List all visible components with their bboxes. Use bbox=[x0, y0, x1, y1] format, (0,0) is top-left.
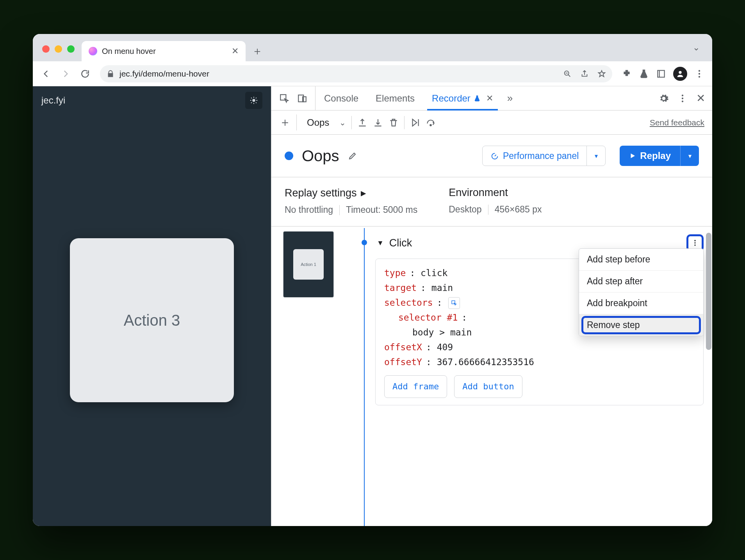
action-card-label: Action 3 bbox=[124, 312, 180, 329]
performance-panel-button[interactable]: Performance panel ▾ bbox=[482, 146, 606, 166]
menu-remove-step[interactable]: Remove step bbox=[579, 314, 703, 336]
reader-icon[interactable] bbox=[656, 69, 666, 79]
step-thumbnail[interactable]: Action 1 bbox=[283, 231, 334, 298]
step-list: ▼ Click type: click target: main selecto… bbox=[375, 226, 712, 526]
chevron-down-icon[interactable]: ⌄ bbox=[339, 118, 346, 127]
recording-dropdown[interactable]: Oops bbox=[302, 117, 334, 128]
performance-panel-dropdown[interactable]: ▾ bbox=[586, 146, 605, 166]
devtools-panel: Console Elements Recorder ✕ » ✕ bbox=[271, 86, 712, 526]
scrollbar-thumb[interactable] bbox=[706, 233, 711, 350]
new-recording-button[interactable]: ＋ bbox=[279, 114, 297, 130]
tab-title: On menu hover bbox=[102, 47, 156, 56]
env-device: Desktop bbox=[449, 204, 481, 215]
lock-icon bbox=[106, 70, 115, 78]
minimize-window-button[interactable] bbox=[55, 45, 62, 53]
replay-label: Replay bbox=[640, 150, 671, 161]
browser-menu-icon[interactable] bbox=[694, 69, 704, 79]
svg-point-16 bbox=[694, 242, 696, 244]
send-feedback-link[interactable]: Send feedback bbox=[650, 118, 704, 127]
svg-point-17 bbox=[694, 244, 696, 246]
svg-point-10 bbox=[682, 95, 683, 96]
bookmark-icon[interactable] bbox=[597, 70, 606, 78]
step-context-menu: Add step before Add step after Add break… bbox=[579, 248, 704, 336]
maximize-window-button[interactable] bbox=[67, 45, 75, 53]
extension-icons bbox=[619, 67, 707, 81]
tabs-overflow-button[interactable]: ⌄ bbox=[686, 38, 707, 57]
record-status-dot bbox=[285, 152, 293, 160]
tab-console[interactable]: Console bbox=[315, 86, 367, 110]
zoom-icon[interactable] bbox=[563, 70, 572, 78]
reload-button[interactable] bbox=[77, 66, 93, 82]
inspect-element-icon[interactable] bbox=[279, 93, 289, 103]
menu-add-breakpoint[interactable]: Add breakpoint bbox=[579, 292, 703, 314]
back-button[interactable] bbox=[38, 66, 54, 82]
page-body: Action 3 bbox=[33, 114, 271, 526]
device-toolbar-icon[interactable] bbox=[297, 93, 307, 103]
more-tabs-icon[interactable]: » bbox=[502, 86, 518, 110]
share-icon[interactable] bbox=[580, 70, 589, 78]
close-window-button[interactable] bbox=[42, 45, 50, 53]
address-bar[interactable]: jec.fyi/demo/menu-hover bbox=[100, 65, 612, 82]
timeout-value: Timeout: 5000 ms bbox=[346, 205, 417, 215]
delete-icon[interactable] bbox=[389, 118, 399, 128]
page-header: jec.fyi bbox=[33, 86, 271, 114]
theme-toggle-button[interactable] bbox=[245, 92, 262, 109]
tab-strip: On menu hover ✕ ＋ ⌄ bbox=[33, 34, 712, 61]
add-button-button[interactable]: Add button bbox=[454, 375, 522, 398]
svg-point-11 bbox=[682, 97, 683, 99]
svg-point-14 bbox=[492, 153, 498, 159]
window-controls bbox=[42, 45, 75, 53]
step-title: Click bbox=[389, 237, 412, 249]
forward-button[interactable] bbox=[58, 66, 73, 82]
content-split: jec.fyi Action 3 Console Elem bbox=[33, 86, 712, 526]
steps-area: Action 1 ▼ Click bbox=[271, 226, 712, 526]
new-tab-button[interactable]: ＋ bbox=[249, 43, 266, 60]
edit-title-icon[interactable] bbox=[348, 151, 357, 161]
labs-icon[interactable] bbox=[639, 69, 649, 79]
env-size: 456×685 px bbox=[495, 204, 542, 215]
selector-value: body > main bbox=[412, 325, 472, 340]
browser-window: On menu hover ✕ ＋ ⌄ jec.fyi/demo/menu-ho… bbox=[33, 34, 712, 526]
performance-panel-label: Performance panel bbox=[503, 151, 579, 161]
import-icon[interactable] bbox=[373, 118, 383, 128]
menu-add-step-before[interactable]: Add step before bbox=[579, 249, 703, 271]
svg-point-6 bbox=[252, 99, 255, 102]
export-icon[interactable] bbox=[357, 118, 367, 128]
close-tab-icon[interactable]: ✕ bbox=[232, 46, 239, 56]
environment-title: Environment bbox=[449, 187, 542, 199]
step-over-icon[interactable] bbox=[426, 118, 436, 128]
browser-toolbar: jec.fyi/demo/menu-hover bbox=[33, 61, 712, 86]
svg-point-4 bbox=[699, 73, 700, 74]
svg-rect-1 bbox=[658, 70, 664, 77]
close-panel-icon[interactable]: ✕ bbox=[486, 93, 493, 103]
page-viewport: jec.fyi Action 3 bbox=[33, 86, 271, 526]
throttling-value: No throttling bbox=[285, 205, 333, 215]
replay-settings-toggle[interactable]: Replay settings ▸ bbox=[285, 187, 417, 199]
devtools-menu-icon[interactable] bbox=[677, 93, 688, 103]
extensions-icon[interactable] bbox=[622, 69, 632, 79]
collapse-icon[interactable]: ▼ bbox=[377, 239, 384, 247]
svg-point-12 bbox=[682, 100, 683, 102]
tab-favicon bbox=[89, 47, 97, 55]
url-text: jec.fyi/demo/menu-hover bbox=[119, 69, 209, 78]
tab-recorder[interactable]: Recorder ✕ bbox=[423, 86, 502, 110]
tab-elements[interactable]: Elements bbox=[367, 86, 423, 110]
close-devtools-icon[interactable]: ✕ bbox=[696, 92, 705, 105]
svg-point-13 bbox=[430, 124, 431, 125]
timeline-dot[interactable] bbox=[362, 240, 367, 245]
svg-point-3 bbox=[699, 70, 700, 71]
menu-add-step-after[interactable]: Add step after bbox=[579, 271, 703, 292]
replay-dropdown[interactable]: ▾ bbox=[680, 146, 699, 166]
action-card[interactable]: Action 3 bbox=[70, 238, 234, 402]
timeline bbox=[353, 228, 375, 526]
thumbnail-card: Action 1 bbox=[293, 249, 324, 280]
add-frame-button[interactable]: Add frame bbox=[384, 375, 447, 398]
step-play-icon[interactable] bbox=[410, 118, 420, 128]
selector-picker-icon[interactable] bbox=[448, 297, 460, 309]
vertical-scrollbar[interactable] bbox=[706, 226, 711, 524]
settings-icon[interactable] bbox=[659, 93, 669, 103]
svg-point-2 bbox=[679, 71, 681, 73]
browser-tab[interactable]: On menu hover ✕ bbox=[82, 41, 246, 61]
profile-avatar[interactable] bbox=[673, 67, 687, 81]
replay-button[interactable]: Replay ▾ bbox=[620, 146, 699, 166]
